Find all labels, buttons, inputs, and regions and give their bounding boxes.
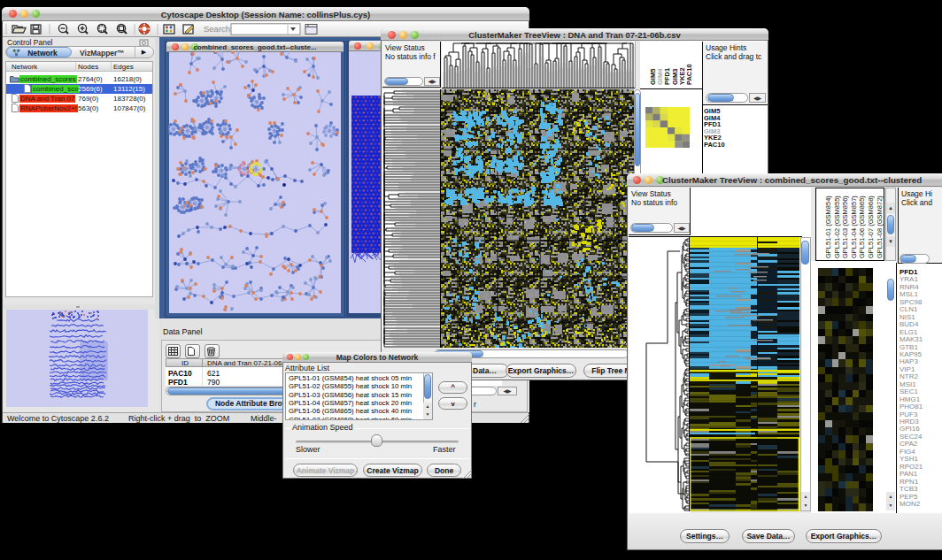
svg-text:Search:: Search:	[204, 24, 233, 34]
